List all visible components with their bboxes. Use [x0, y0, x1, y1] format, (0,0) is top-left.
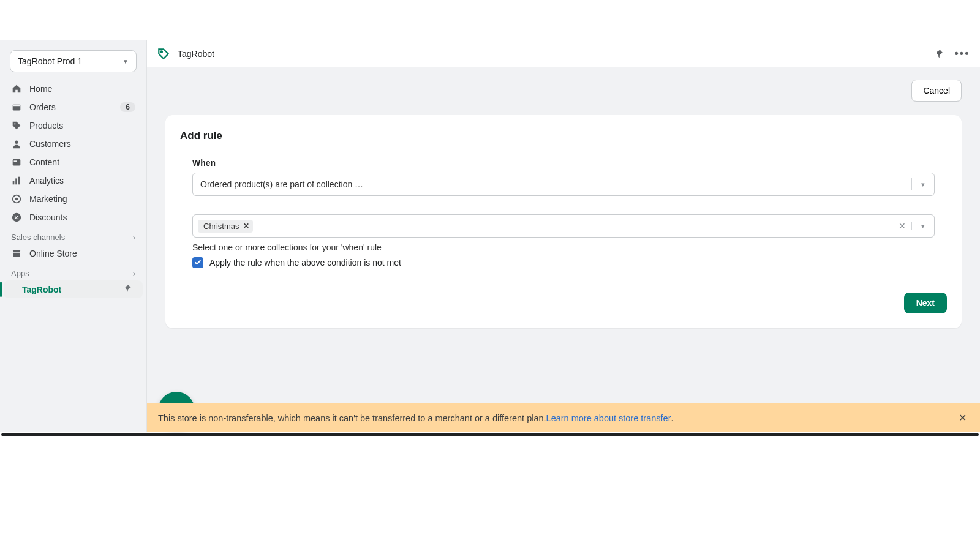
pin-icon[interactable] — [123, 284, 132, 294]
nav-label: Products — [29, 121, 63, 130]
collection-chip: Christmas ✕ — [198, 220, 253, 233]
app-header: TagRobot ••• — [147, 40, 980, 67]
add-rule-card: Add rule When Ordered product(s) are par… — [165, 115, 962, 328]
next-button[interactable]: Next — [904, 293, 947, 313]
marketing-icon — [11, 193, 22, 204]
invert-checkbox[interactable] — [192, 257, 203, 268]
banner-link[interactable]: Learn more about store transfer — [546, 413, 671, 423]
orders-badge: 6 — [120, 102, 135, 112]
svg-rect-6 — [13, 181, 15, 184]
cancel-button[interactable]: Cancel — [911, 80, 962, 102]
discount-icon — [11, 212, 22, 223]
nav-content[interactable]: Content — [4, 153, 143, 171]
nav-label: Home — [29, 84, 52, 94]
nav-label: Analytics — [29, 176, 64, 186]
invert-condition-row: Apply the rule when the above condition … — [192, 257, 935, 268]
main-nav: Home Orders 6 Products Customers — [0, 80, 146, 227]
svg-rect-4 — [13, 159, 21, 166]
card-title: Add rule — [180, 130, 947, 142]
orders-icon — [11, 102, 22, 113]
store-icon — [11, 248, 22, 259]
content-icon — [11, 157, 22, 168]
svg-rect-8 — [18, 177, 20, 185]
nav-online-store[interactable]: Online Store — [4, 244, 143, 263]
nav-customers[interactable]: Customers — [4, 135, 143, 153]
svg-rect-7 — [15, 178, 17, 184]
nav-label: Content — [29, 157, 59, 167]
channels-nav: Online Store — [0, 244, 146, 263]
chip-label: Christmas — [203, 222, 239, 231]
tag-icon — [11, 120, 22, 131]
chevron-down-icon: ▾ — [912, 181, 934, 189]
nav-label: Orders — [29, 102, 56, 112]
app-title: TagRobot — [178, 49, 214, 59]
banner-text: This store is non-transferable, which me… — [158, 413, 546, 423]
banner-suffix: . — [671, 413, 674, 423]
collections-help-text: Select one or more collections for your … — [192, 242, 935, 252]
clear-all-icon[interactable]: ✕ — [893, 221, 911, 231]
page-bottom-blank — [0, 432, 980, 551]
svg-point-3 — [15, 141, 18, 144]
nav-orders[interactable]: Orders 6 — [4, 98, 143, 116]
store-selector-label: TagRobot Prod 1 — [18, 56, 82, 66]
apps-heading[interactable]: Apps › — [0, 263, 146, 280]
svg-point-10 — [15, 198, 18, 201]
analytics-icon — [11, 175, 22, 186]
chevron-right-icon: › — [133, 233, 135, 242]
svg-point-2 — [14, 123, 15, 124]
svg-point-15 — [160, 51, 162, 53]
tagrobot-app-icon — [157, 47, 170, 61]
chevron-down-icon: ▾ — [912, 222, 934, 230]
svg-rect-1 — [13, 105, 21, 107]
chevron-right-icon: › — [133, 269, 135, 278]
nav-label: Online Store — [29, 249, 77, 258]
sales-channels-heading[interactable]: Sales channels › — [0, 227, 146, 244]
svg-rect-5 — [14, 160, 17, 162]
nav-label: Marketing — [29, 194, 67, 204]
svg-point-12 — [15, 216, 16, 217]
collections-multi-select[interactable]: Christmas ✕ ✕ ▾ — [192, 214, 935, 238]
browser-chrome-blank — [0, 0, 980, 40]
when-condition-select[interactable]: Ordered product(s) are part of collectio… — [192, 173, 935, 196]
chip-remove-icon[interactable]: ✕ — [243, 222, 249, 230]
banner-close-button[interactable]: ✕ — [956, 410, 969, 426]
nav-label: TagRobot — [22, 285, 61, 294]
nav-label: Discounts — [29, 212, 67, 222]
nav-home[interactable]: Home — [4, 80, 143, 98]
svg-point-13 — [17, 218, 18, 219]
home-icon — [11, 83, 22, 94]
when-label: When — [192, 158, 935, 168]
person-icon — [11, 138, 22, 149]
nav-app-tagrobot[interactable]: TagRobot — [4, 280, 143, 298]
nav-products[interactable]: Products — [4, 116, 143, 135]
nav-analytics[interactable]: Analytics — [4, 171, 143, 190]
footer-separator — [1, 433, 979, 436]
when-condition-value: Ordered product(s) are part of collectio… — [200, 179, 911, 189]
nav-marketing[interactable]: Marketing — [4, 190, 143, 208]
invert-checkbox-label: Apply the rule when the above condition … — [209, 258, 401, 268]
nav-discounts[interactable]: Discounts — [4, 208, 143, 227]
nav-label: Customers — [29, 139, 71, 149]
store-selector[interactable]: TagRobot Prod 1 ▼ — [10, 50, 137, 72]
more-actions-button[interactable]: ••• — [954, 46, 970, 62]
caret-down-icon: ▼ — [123, 58, 129, 65]
non-transferable-banner: This store is non-transferable, which me… — [147, 403, 980, 432]
pin-app-button[interactable] — [931, 46, 947, 62]
